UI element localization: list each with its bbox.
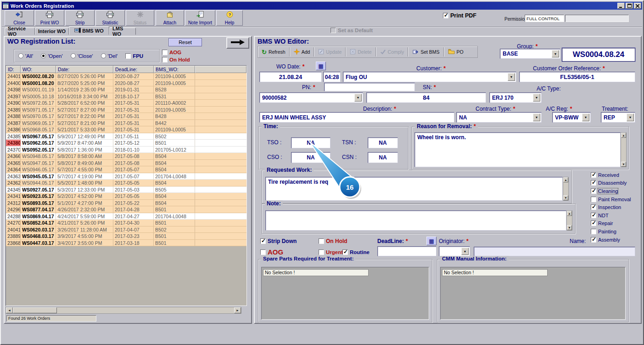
scroll-left-icon[interactable]: ◄ [6, 307, 13, 313]
table-row[interactable]: 24363WS0945.05.175/7/2017 4:19:00 PM2017… [6, 173, 246, 180]
table-row[interactable]: 24312WS0893.05.175/1/2017 4:27:00 PM2017… [6, 200, 246, 207]
print-pdf-checkbox[interactable]: Print PDF [443, 12, 476, 19]
table-row[interactable]: 24397WS0005.10.1810/16/2018 3:34:00 PM20… [6, 93, 246, 100]
table-row[interactable]: 24385WS0967.05.175/9/2017 12:49:00 PM201… [6, 133, 246, 140]
treatment-check-ndt[interactable]: NDT [591, 211, 642, 220]
radio-all[interactable]: 'All' [18, 53, 33, 59]
on-hold-checkbox[interactable]: On Hold [319, 238, 347, 244]
table-row[interactable]: 24288WS0869.04.174/24/2017 5:59:00 PM201… [6, 213, 246, 220]
col-header-deadline[interactable]: DeadLine: [113, 66, 154, 73]
csn-field[interactable]: NA [368, 152, 398, 163]
scroll-right-icon[interactable]: ► [234, 307, 241, 313]
on-hold-filter-checkbox[interactable]: On Hold [162, 57, 190, 62]
customer-order-ref-field[interactable]: FL5356/05-1 [519, 72, 635, 82]
wo-date-calendar-button[interactable]: ▦ [316, 62, 326, 70]
wo-date-field[interactable]: 21.08.24 [259, 72, 322, 82]
scrollbar-thumb[interactable] [13, 307, 57, 313]
pn-filter-input[interactable] [324, 83, 415, 91]
chevron-down-icon[interactable]: ▼ [627, 113, 634, 121]
deadline-calendar-button[interactable]: ▦ [426, 237, 437, 245]
reset-button[interactable]: Reset [168, 38, 202, 46]
table-row[interactable]: 24364WS0946.05.175/7/2017 4:55:00 PM2017… [6, 166, 246, 173]
col-header-bms-wo[interactable]: BMS_WO: [154, 66, 195, 73]
go-arrow-button[interactable] [226, 37, 249, 49]
pn-combobox[interactable]: 90000582 ▼ [259, 92, 363, 103]
scroll-up-icon[interactable]: ▲ [563, 177, 568, 182]
table-row[interactable]: 24362WS0944.05.175/5/2017 1:48:00 PM2017… [6, 180, 246, 187]
table-row[interactable]: 24386WS0968.05.175/21/2017 5:33:00 PM201… [6, 126, 246, 133]
table-row[interactable]: 24389WS0971.05.175/27/2017 8:27:00 PM201… [6, 107, 246, 113]
tab-interior-wo[interactable]: Interior WO [35, 28, 69, 35]
table-row[interactable]: 24270WS0852.04.174/21/2017 5:26:00 PM201… [6, 220, 246, 226]
close-button[interactable]: Close [5, 10, 34, 26]
aog-filter-checkbox[interactable]: AOG [162, 50, 181, 55]
scroll-up-icon[interactable]: ▲ [567, 211, 572, 216]
maximize-button[interactable] [626, 3, 633, 9]
chevron-down-icon[interactable]: ▼ [552, 50, 559, 57]
reason-textarea[interactable]: Wheel tire is worn. [414, 132, 621, 167]
table-row[interactable]: 24341WS0923.05.175/2/2017 4:52:00 PM2017… [6, 193, 246, 200]
contract-type-combobox[interactable]: NA ▼ [456, 112, 542, 123]
note-textarea[interactable] [265, 210, 566, 231]
chevron-down-icon[interactable]: ▼ [582, 113, 589, 121]
reason-scrollbar[interactable]: ▲ ▼ [621, 132, 627, 167]
customer-combobox[interactable]: Flug OU ▼ [343, 72, 516, 82]
close-window-button[interactable] [634, 3, 641, 9]
col-header-id[interactable]: ID: [6, 66, 21, 73]
note-import-button[interactable]: Note Import [185, 10, 215, 26]
sn-field[interactable]: 84 [366, 92, 486, 103]
add-button[interactable]: Add [290, 46, 314, 57]
po-button[interactable]: PO [444, 46, 467, 57]
table-row[interactable]: 24345WS0927.05.175/3/2017 12:33:00 PM201… [6, 187, 246, 193]
treatment-check-assembly[interactable]: Assembly [591, 236, 642, 244]
chevron-down-icon[interactable]: ▼ [533, 113, 540, 121]
wo-time-field[interactable]: 04:28 [323, 72, 341, 82]
radio-close[interactable]: 'Close' [71, 53, 93, 59]
treatment-check-disassembly[interactable]: Disassembly [591, 179, 642, 187]
attach-button[interactable]: Attach [156, 10, 184, 26]
table-row[interactable]: 24388WS0970.05.175/27/2017 8:22:00 PM201… [6, 113, 246, 120]
chevron-down-icon[interactable]: ▼ [354, 94, 362, 102]
note-scrollbar[interactable]: ▲ ▼ [566, 210, 572, 231]
group-combobox[interactable]: BASE ▼ [500, 49, 560, 59]
fpu-checkbox[interactable]: FPU [125, 53, 143, 59]
tab-bms-wo[interactable]: BMS WO [69, 26, 109, 35]
ac-type-combobox[interactable]: ERJ 170 ▼ [489, 92, 542, 103]
table-row[interactable]: 24387WS0969.05.175/27/2017 8:21:00 PM201… [6, 120, 246, 127]
routine-checkbox[interactable]: Routine [342, 249, 370, 255]
radio-open[interactable]: 'Open' [41, 53, 63, 59]
urgent-checkbox[interactable]: Urgent [319, 249, 343, 255]
refresh-button[interactable]: ↻ Refresh [258, 46, 289, 57]
table-row[interactable]: 23889WS0468.03.173/9/2017 4:55:00 PM2017… [6, 233, 246, 240]
print-wo-button[interactable]: Print WO [35, 10, 64, 26]
radio-del[interactable]: 'Del' [101, 53, 118, 59]
chevron-down-icon[interactable]: ▼ [461, 248, 469, 255]
originator-combobox[interactable]: ▼ [439, 246, 470, 256]
tab-service-wo[interactable]: Service WO [5, 28, 35, 35]
statistic-button[interactable]: Statistic [95, 10, 125, 26]
chevron-down-icon[interactable]: ▼ [508, 73, 515, 81]
scroll-down-icon[interactable]: ▼ [621, 162, 626, 167]
treatment-check-painting[interactable]: Painting [591, 227, 642, 236]
strip-down-checkbox[interactable]: Strip Down [260, 238, 297, 244]
table-row[interactable]: 23868WS0447.03.173/4/2017 3:55:00 PM2017… [6, 240, 246, 247]
col-header-date[interactable]: Date: [56, 66, 113, 73]
name-field[interactable] [474, 247, 635, 256]
table-row[interactable]: 24041WS0620.03.173/26/2017 11:28:00 AM20… [6, 226, 246, 233]
cmm-area[interactable]: No Selection ! [440, 267, 626, 320]
deadline-field[interactable] [377, 246, 437, 256]
table-row[interactable]: 24401WS0002.08.208/27/2020 5:26:00 PM202… [6, 73, 246, 80]
scroll-down-icon[interactable]: ▼ [563, 195, 568, 200]
treatment-check-repair[interactable]: Repair [591, 220, 642, 228]
ac-reg-combobox[interactable]: VP-BWW ▼ [552, 112, 591, 123]
table-row[interactable]: 24380WS0962.05.175/9/2017 8:47:00 AM2017… [6, 140, 246, 147]
scroll-down-icon[interactable]: ▼ [567, 225, 572, 230]
tsn-field[interactable]: NA [368, 137, 398, 148]
help-button[interactable]: ? Help [216, 10, 243, 26]
strip-button[interactable]: Strip [65, 10, 95, 26]
table-row[interactable]: 24400WS0001.08.208/27/2020 5:25:00 PM202… [6, 80, 246, 87]
set-bms-button[interactable]: Set BMS [409, 46, 443, 57]
requested-work-scrollbar[interactable]: ▲ ▼ [563, 177, 569, 201]
treatment-check-inspection[interactable]: Inspection [591, 203, 642, 211]
scroll-up-icon[interactable]: ▲ [621, 133, 626, 138]
